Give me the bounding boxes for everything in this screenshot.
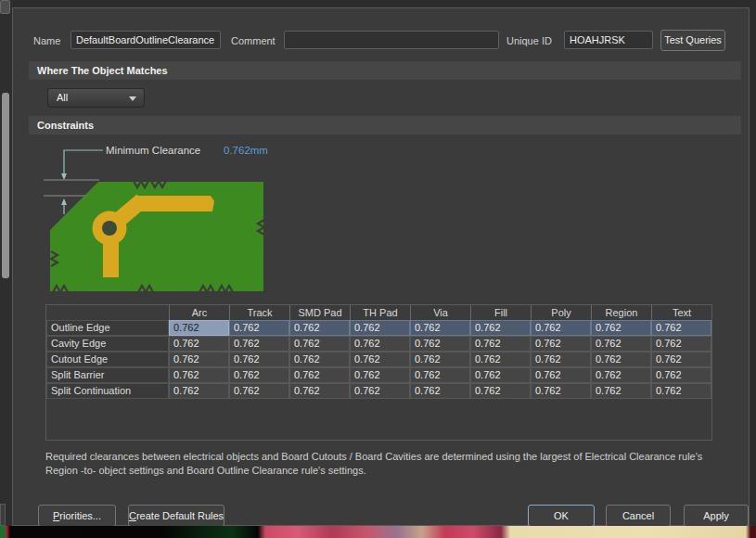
clearance-value-cell[interactable]: 0.762: [229, 367, 289, 383]
row-label: Cutout Edge: [46, 352, 169, 367]
unique-id-input[interactable]: HOAHJRSK: [564, 31, 653, 49]
apply-button[interactable]: Apply: [684, 505, 749, 527]
table-row: Cavity Edge0.7620.7620.7620.7620.7620.76…: [46, 336, 711, 352]
unique-id-label: Unique ID: [506, 35, 552, 46]
where-object-matches-header: Where The Object Matches: [29, 61, 741, 80]
clearance-value-cell[interactable]: 0.762: [229, 383, 289, 399]
table-corner-cell: [46, 305, 169, 320]
clearance-value-cell[interactable]: 0.762: [651, 336, 711, 352]
column-header: TH Pad: [350, 305, 410, 320]
clearance-value-cell[interactable]: 0.762: [289, 367, 350, 383]
column-header: Arc: [169, 305, 229, 320]
clearance-value-cell[interactable]: 0.762: [169, 336, 229, 352]
clearance-value-cell[interactable]: 0.762: [169, 367, 229, 383]
column-header: Poly: [531, 305, 591, 320]
clearance-value-cell[interactable]: 0.762: [591, 367, 651, 383]
column-header: Text: [651, 305, 711, 320]
clearance-value-cell[interactable]: 0.762: [229, 352, 289, 367]
clearance-value-cell[interactable]: 0.762: [350, 320, 410, 336]
constraints-table-body: Outline Edge0.7620.7620.7620.7620.7620.7…: [46, 320, 711, 399]
comment-input[interactable]: [284, 31, 499, 49]
clearance-value-cell[interactable]: 0.762: [289, 352, 350, 367]
clearance-value-cell[interactable]: 0.762: [651, 352, 711, 367]
constraints-table: ArcTrackSMD PadTH PadViaFillPolyRegionTe…: [45, 304, 712, 441]
clearance-value-cell[interactable]: 0.762: [410, 367, 470, 383]
desktop-wallpaper-strip: [0, 526, 756, 538]
clearance-value-cell[interactable]: 0.762: [470, 336, 531, 352]
ok-button[interactable]: OK: [528, 505, 595, 527]
create-default-rules-button[interactable]: Create Default Rules: [128, 505, 224, 527]
scope-dropdown-value: All: [57, 92, 68, 103]
constraints-table-header: ArcTrackSMD PadTH PadViaFillPolyRegionTe…: [46, 305, 711, 320]
clearance-value-cell[interactable]: 0.762: [591, 383, 651, 399]
column-header: Fill: [470, 305, 531, 320]
clearance-value-cell[interactable]: 0.762: [289, 383, 350, 399]
column-header: Track: [229, 305, 289, 320]
background-partial-button: [0, 504, 6, 526]
scrollbar-thumb[interactable]: [2, 93, 9, 278]
column-header: SMD Pad: [289, 305, 350, 320]
table-row: Cutout Edge0.7620.7620.7620.7620.7620.76…: [46, 352, 711, 367]
clearance-value-cell[interactable]: 0.762: [169, 383, 229, 399]
table-row: Split Barrier0.7620.7620.7620.7620.7620.…: [46, 367, 711, 383]
clearance-value-cell[interactable]: 0.762: [169, 352, 229, 367]
clearance-diagram: [38, 140, 279, 298]
row-label: Outline Edge: [46, 320, 169, 336]
clearance-value-cell[interactable]: 0.762: [350, 383, 410, 399]
clearance-value-cell[interactable]: 0.762: [470, 383, 531, 399]
clearance-value-cell[interactable]: 0.762: [651, 367, 711, 383]
clearance-value-cell[interactable]: 0.762: [470, 367, 531, 383]
clearance-value-cell[interactable]: 0.762: [350, 352, 410, 367]
clearance-value-cell[interactable]: 0.762: [531, 336, 591, 352]
screen: Name DefaultBoardOutlineClearance Commen…: [0, 0, 756, 538]
column-header: Region: [591, 305, 651, 320]
clearance-value-cell[interactable]: 0.762: [410, 320, 470, 336]
pad-hole: [102, 221, 117, 236]
priorities-button[interactable]: Priorities...: [38, 505, 116, 527]
clearance-value-cell[interactable]: 0.762: [470, 352, 531, 367]
clearance-value-cell[interactable]: 0.762: [229, 320, 289, 336]
clearance-value-cell[interactable]: 0.762: [591, 352, 651, 367]
clearance-value-cell[interactable]: 0.762: [531, 320, 591, 336]
clearance-value-cell[interactable]: 0.762: [229, 336, 289, 352]
constraints-header: Constraints: [29, 116, 741, 134]
clearance-value-cell[interactable]: 0.762: [350, 367, 410, 383]
table-row: Outline Edge0.7620.7620.7620.7620.7620.7…: [46, 320, 711, 336]
clearance-value-cell[interactable]: 0.762: [470, 320, 531, 336]
scope-dropdown[interactable]: All: [47, 88, 145, 108]
cancel-button[interactable]: Cancel: [606, 505, 671, 527]
clearance-note: Required clearances between electrical o…: [45, 450, 715, 479]
clearance-value-cell[interactable]: 0.762: [410, 336, 470, 352]
clearance-value-cell[interactable]: 0.762: [350, 336, 410, 352]
clearance-value-cell[interactable]: 0.762: [410, 383, 470, 399]
clearance-value-cell[interactable]: 0.762: [410, 352, 470, 367]
clearance-value-cell[interactable]: 0.762: [651, 320, 711, 336]
row-label: Split Barrier: [46, 367, 169, 383]
clearance-value-cell[interactable]: 0.762: [651, 383, 711, 399]
row-label: Split Continuation: [46, 383, 169, 399]
clearance-value-cell[interactable]: 0.762: [531, 367, 591, 383]
table-row: Split Continuation0.7620.7620.7620.7620.…: [46, 383, 711, 399]
min-clearance-value[interactable]: 0.762mm: [224, 145, 268, 156]
row-label: Cavity Edge: [46, 336, 169, 352]
name-input[interactable]: DefaultBoardOutlineClearance: [70, 31, 221, 49]
clearance-value-cell[interactable]: 0.762: [531, 352, 591, 367]
background-window-strip: [0, 0, 12, 526]
clearance-value-cell[interactable]: 0.762: [289, 336, 350, 352]
clearance-value-cell[interactable]: 0.762: [289, 320, 350, 336]
clearance-value-cell[interactable]: 0.762: [591, 320, 651, 336]
min-clearance-label: Minimum Clearance: [106, 145, 200, 156]
background-window-button: [0, 0, 10, 14]
board-outline-clearance-dialog: Name DefaultBoardOutlineClearance Commen…: [12, 7, 750, 526]
test-queries-button[interactable]: Test Queries: [660, 30, 725, 51]
chevron-down-icon: [129, 96, 136, 101]
clearance-value-cell[interactable]: 0.762: [591, 336, 651, 352]
clearance-value-cell[interactable]: 0.762: [531, 383, 591, 399]
clearance-value-cell[interactable]: 0.762: [169, 320, 229, 336]
column-header: Via: [410, 305, 470, 320]
comment-label: Comment: [231, 35, 275, 46]
name-label: Name: [33, 35, 60, 46]
